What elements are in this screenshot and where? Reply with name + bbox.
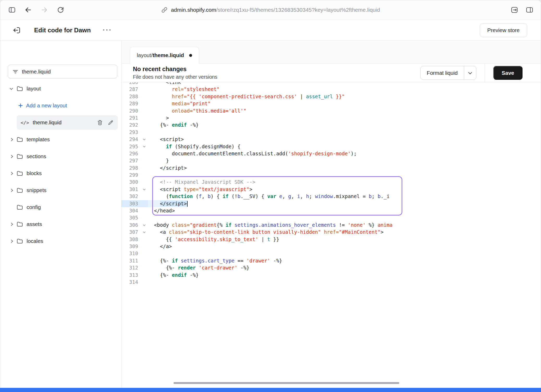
code-line-313[interactable]: 313 {%- endif -%} [121,272,403,279]
code-line-293[interactable]: 293 [121,129,403,136]
code-line-289[interactable]: 289 media="print" [121,100,403,107]
code-line-311[interactable]: 311 {%- if settings.cart_type == 'drawer… [121,257,403,264]
code-line-295[interactable]: 295 if (Shopify.designMode) { [121,143,403,150]
code-line-303[interactable]: 303 </script> [121,200,403,207]
sidebar-item-label: snippets [27,187,46,193]
chevron-right-icon[interactable] [10,155,13,158]
code-line-304[interactable]: 304 </head> [121,207,403,214]
line-number: 296 [121,150,140,157]
tab-theme-liquid[interactable]: layout/theme.liquid [130,47,199,64]
code-text: media="print" [148,100,211,107]
folder-icon [16,85,23,92]
sidebar-item-snippets[interactable]: snippets [0,183,121,198]
chevron-down-icon[interactable] [10,87,13,90]
chevron-slot [9,240,13,242]
line-number: 294 [121,136,140,143]
extensions-icon[interactable] [510,5,519,14]
link-icon [161,7,168,13]
code-text: href="{{ 'component-predictive-search.cs… [148,93,345,100]
chevron-slot [9,88,13,89]
code-line-298[interactable]: 298 </script> [121,164,403,172]
chevron-right-icon[interactable] [10,172,13,175]
code-line-292[interactable]: 292 {%- endif -%} [121,121,403,128]
sidebar-item-sections[interactable]: sections [0,149,121,164]
line-number: 313 [121,272,140,279]
sidebar-item-blocks[interactable]: blocks [0,166,121,181]
sidebar-item-config[interactable]: config [0,200,121,215]
fold-chevron-icon[interactable] [140,186,148,193]
format-dropdown-button[interactable] [464,66,476,79]
code-line-306[interactable]: 306 <body class="gradient{% if settings.… [121,222,403,229]
code-line-301[interactable]: 301 <script type="text/javascript"> [121,186,403,193]
chevron-right-icon[interactable] [10,138,13,141]
code-line-307[interactable]: 307 <a class="skip-to-content-link butto… [121,229,403,236]
chevron-right-icon[interactable] [10,223,13,226]
sidebar-toggle-icon[interactable] [8,5,16,14]
horizontal-scrollbar[interactable] [174,382,399,384]
forward-icon[interactable] [40,5,49,14]
line-number: 300 [121,179,140,186]
url-bar[interactable]: admin.shopify.com/store/rzq1xu-f5/themes… [161,7,380,13]
fold-chevron-icon[interactable] [140,229,148,236]
sidebar-item-templates[interactable]: templates [0,132,121,147]
code-text: <script> [148,136,184,143]
code-line-288[interactable]: 288 href="{{ 'component-predictive-searc… [121,93,403,100]
preview-store-button[interactable]: Preview store [480,23,527,37]
chevron-right-icon[interactable] [10,189,13,192]
version-status: No recent changes File does not have any… [133,66,217,80]
fold-gutter [140,179,148,186]
editor-status-bar: No recent changes File does not have any… [121,64,541,82]
code-line-310[interactable]: 310 [121,250,403,257]
line-number: 301 [121,186,140,193]
fold-gutter [140,100,148,107]
fold-gutter [140,86,148,93]
reload-icon[interactable] [56,5,65,14]
code-line-300[interactable]: 300 <!-- Mixpanel Javascript SDK --> [121,179,403,186]
format-liquid-label: Format liquid [421,66,464,79]
code-line-302[interactable]: 302 (function (f, b) { if (!b.__SV) { va… [121,193,403,200]
sidebar-item-layout[interactable]: layout [0,81,121,96]
browser-nav-controls [8,5,65,14]
more-actions-button[interactable]: ··· [103,26,112,34]
code-lines: 286 <link287 rel="stylesheet"288 href="{… [121,82,403,286]
exit-code-editor-icon[interactable] [12,26,21,35]
rename-file-icon[interactable] [108,120,114,126]
code-line-312[interactable]: 312 {%- render 'cart-drawer' -%} [121,264,403,271]
fold-chevron-icon[interactable] [140,143,148,150]
line-number: 291 [121,114,140,121]
file-filter-input[interactable]: theme.liquid [8,65,117,78]
code-line-309[interactable]: 309 </a> [121,243,403,250]
folder-icon [16,153,23,160]
plus-icon [18,103,23,108]
code-text: <a class="skip-to-content-link button vi… [148,229,384,236]
sidebar-file-theme.liquid[interactable]: </>theme.liquid [17,115,118,130]
sidebar-item-assets[interactable]: assets [0,217,121,231]
code-area[interactable]: 286 <link287 rel="stylesheet"288 href="{… [121,82,541,388]
back-icon[interactable] [24,5,33,14]
tab-path-prefix: layout/ [137,52,152,58]
fold-gutter [140,157,148,164]
code-line-287[interactable]: 287 rel="stylesheet" [121,86,403,93]
code-line-294[interactable]: 294 <script> [121,136,403,143]
code-line-290[interactable]: 290 onload="this.media='all'" [121,107,403,114]
code-line-286[interactable]: 286 <link [121,82,403,86]
fold-chevron-icon[interactable] [140,222,148,229]
sidebar-item-locales[interactable]: locales [0,234,121,248]
code-line-308[interactable]: 308 {{ 'accessibility.skip_to_text' | t … [121,236,403,243]
add-new-layout-button[interactable]: Add a new layout [0,98,121,113]
sidebar-item-label: blocks [27,170,42,176]
browser-chrome: admin.shopify.com/store/rzq1xu-f5/themes… [0,0,541,20]
code-line-305[interactable]: 305 [121,214,403,221]
split-view-icon[interactable] [525,5,534,14]
save-button[interactable]: Save [493,66,522,80]
fold-chevron-icon[interactable] [140,136,148,143]
delete-file-icon[interactable] [97,120,103,126]
code-line-291[interactable]: 291 > [121,114,403,121]
code-line-296[interactable]: 296 document.documentElement.classList.a… [121,150,403,157]
chevron-right-icon[interactable] [10,240,13,243]
code-line-314[interactable]: 314 [121,279,403,286]
code-line-299[interactable]: 299 [121,172,403,179]
code-viewport[interactable]: 286 <link287 rel="stylesheet"288 href="{… [121,82,403,388]
code-line-297[interactable]: 297 } [121,157,403,164]
format-liquid-button[interactable]: Format liquid [420,66,477,80]
